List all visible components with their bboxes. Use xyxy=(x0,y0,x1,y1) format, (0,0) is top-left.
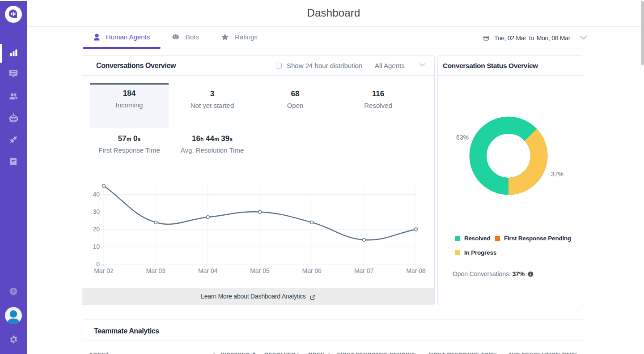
svg-text:Mar 08: Mar 08 xyxy=(406,267,426,274)
svg-text:Mar 04: Mar 04 xyxy=(198,267,218,274)
svg-text:40: 40 xyxy=(93,191,100,198)
svg-text:?: ? xyxy=(12,288,15,294)
svg-text:Mar 03: Mar 03 xyxy=(146,267,166,274)
svg-text:20: 20 xyxy=(93,226,100,233)
svg-text:Mar 05: Mar 05 xyxy=(250,267,270,274)
svg-text:30: 30 xyxy=(93,208,100,215)
svg-text:0: 0 xyxy=(96,260,100,268)
svg-text:Mar 07: Mar 07 xyxy=(354,267,374,274)
svg-text:Mar 02: Mar 02 xyxy=(94,267,114,274)
svg-text:Mar 06: Mar 06 xyxy=(302,267,322,274)
svg-text:10: 10 xyxy=(93,243,100,250)
